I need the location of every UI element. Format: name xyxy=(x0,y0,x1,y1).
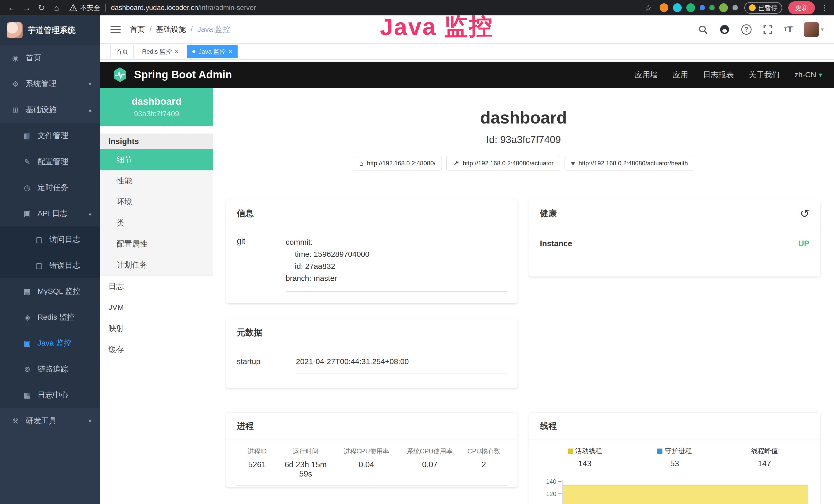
extensions-puzzle-icon[interactable] xyxy=(732,5,738,10)
actuator-url-link[interactable]: http://192.168.0.2:48080/actuator xyxy=(446,156,560,170)
tab-home[interactable]: 首页 xyxy=(110,45,134,58)
home-icon: ⌂ xyxy=(359,159,364,167)
sidebar-item-mysql[interactable]: ▤ MySQL 监控 xyxy=(0,278,100,304)
sba-menu-logs[interactable]: 日志 xyxy=(100,276,213,297)
fullscreen-icon[interactable] xyxy=(763,25,773,35)
sba-nav-about[interactable]: 关于我们 xyxy=(749,70,780,80)
sba-nav-journal[interactable]: 日志报表 xyxy=(703,70,734,80)
browser-menu-icon[interactable]: ⋮ xyxy=(821,3,829,13)
sba-menu-details[interactable]: 细节 xyxy=(100,149,213,170)
sidebar-item-java-monitor[interactable]: ▣ Java 监控 xyxy=(0,330,100,356)
legend-live-threads: 活动线程 143 xyxy=(540,446,630,468)
sba-menu-classes[interactable]: 类 xyxy=(100,212,213,233)
extension-grid-icon[interactable] xyxy=(700,5,705,10)
home-icon[interactable]: ⌂ xyxy=(50,3,63,13)
sidebar-item-trace[interactable]: ⊚ 链路追踪 xyxy=(0,356,100,382)
threads-card: 线程 活动线程 143 守护进程 53 线程峰值 147 xyxy=(529,413,820,504)
info-card-title: 信息 xyxy=(226,200,518,227)
info-card: 信息 git commit: time: 1596289704000 id: 2… xyxy=(226,200,518,303)
sidebar-item-job[interactable]: ◷ 定时任务 xyxy=(0,175,100,201)
page-header: 首页 / 基础设施 / Java 监控 ? xyxy=(100,16,834,44)
sba-menu-caches[interactable]: 缓存 xyxy=(100,339,213,360)
close-icon[interactable]: × xyxy=(175,48,178,55)
access-log-icon: ▢ xyxy=(35,235,44,244)
back-icon[interactable]: ← xyxy=(5,3,19,13)
sidebar-item-system[interactable]: ⚙ 系统管理 ▾ xyxy=(0,71,100,97)
sidebar-item-redis[interactable]: ◈ Redis 监控 xyxy=(0,304,100,330)
health-url-link[interactable]: ♥ http://192.168.0.2:48080/actuator/heal… xyxy=(565,156,694,170)
close-icon[interactable]: × xyxy=(228,48,232,55)
threads-legend: 活动线程 143 守护进程 53 线程峰值 147 xyxy=(540,446,809,468)
font-size-icon[interactable]: TT xyxy=(784,24,793,35)
extension-v-icon[interactable] xyxy=(686,3,695,12)
sidebar-item-file[interactable]: ▥ 文件管理 xyxy=(0,123,100,148)
sidebar-item-access-log[interactable]: ▢ 访问日志 xyxy=(0,226,100,252)
warning-triangle-icon xyxy=(69,4,77,11)
chevron-up-icon: ▴ xyxy=(89,107,91,113)
sba-menu-metrics[interactable]: 性能 xyxy=(100,170,213,191)
metadata-card: 元数据 startup 2021-04-27T00:44:31.254+08:0… xyxy=(226,319,518,388)
header-icons: ? TT ▾ xyxy=(698,22,824,37)
trace-icon: ⊚ xyxy=(23,365,32,373)
sba-menu-configprops[interactable]: 配置属性 xyxy=(100,233,213,254)
bookmark-star-icon[interactable]: ☆ xyxy=(644,3,652,13)
sba-nav: 应用墙 应用 日志报表 关于我们 zh-CN ▾ xyxy=(635,70,822,80)
tab-java-monitor[interactable]: Java 监控 × xyxy=(187,45,238,58)
sidebar-item-infra[interactable]: ⊞ 基础设施 ▴ xyxy=(0,97,100,123)
chrome-update-button[interactable]: 更新 xyxy=(788,1,815,15)
profile-paused-badge[interactable]: 已暂停 xyxy=(744,2,782,14)
insights-group: Insights 细节 性能 环境 类 配置属性 计划任务 xyxy=(100,134,213,276)
sba-logo-icon xyxy=(112,67,128,83)
sba-nav-wallboard[interactable]: 应用墙 xyxy=(635,70,658,80)
breadcrumb-home[interactable]: 首页 xyxy=(130,24,145,35)
hamburger-icon[interactable] xyxy=(110,26,121,33)
tab-redis-monitor[interactable]: Redis 监控 × xyxy=(137,45,184,58)
health-instance-label: Instance xyxy=(540,239,572,248)
security-indicator[interactable]: 不安全 xyxy=(69,3,100,12)
reload-icon[interactable]: ↻ xyxy=(35,3,48,13)
health-row: Instance UP xyxy=(540,239,809,257)
instance-id: 93a3fc7f7409 xyxy=(134,110,179,118)
sidebar-item-api-log[interactable]: ▣ API 日志 ▴ xyxy=(0,201,100,226)
extension-switch-on-icon[interactable] xyxy=(709,5,715,10)
sba-nav-applications[interactable]: 应用 xyxy=(673,70,688,80)
sba-sidebar: dashboard 93a3fc7f7409 Insights 细节 性能 环境… xyxy=(100,88,213,504)
url-bar[interactable]: dashboard.yudao.iocoder.cn/infra/admin-s… xyxy=(111,4,256,12)
service-url-link[interactable]: ⌂ http://192.168.0.2:48080/ xyxy=(353,156,442,170)
extension-leaf-icon[interactable] xyxy=(719,3,728,12)
sidebar-item-dev-tools[interactable]: ⚒ 研发工具 ▾ xyxy=(0,408,100,434)
breadcrumb: 首页 / 基础设施 / Java 监控 xyxy=(130,24,230,35)
sba-content: dashboard Id: 93a3fc7f7409 ⌂ http://192.… xyxy=(213,88,834,504)
emoji-face-icon xyxy=(749,4,756,11)
process-table-values: 5261 6d 23h 15m 59s 0.04 0.07 2 xyxy=(237,460,507,485)
instance-header: dashboard 93a3fc7f7409 xyxy=(100,88,213,126)
log-icon: ▣ xyxy=(23,209,32,218)
forward-icon[interactable]: → xyxy=(20,3,34,13)
dashboard-icon: ◉ xyxy=(11,54,20,62)
extension-fox-icon[interactable] xyxy=(660,3,668,12)
app-title: 芋道管理系统 xyxy=(28,25,75,36)
sidebar-item-error-log[interactable]: ▢ 错误日志 xyxy=(0,252,100,278)
admin-sidebar: 芋道管理系统 ◉ 首页 ⚙ 系统管理 ▾ ⊞ 基础设施 ▴ ▥ 文件管理 ✎ 配… xyxy=(0,16,100,504)
extension-drop-icon[interactable] xyxy=(673,3,682,12)
sba-brand[interactable]: Spring Boot Admin xyxy=(112,67,232,83)
github-icon[interactable] xyxy=(719,24,730,35)
sidebar-item-home[interactable]: ◉ 首页 xyxy=(0,45,100,71)
search-icon[interactable] xyxy=(698,25,708,35)
sidebar-item-config[interactable]: ✎ 配置管理 xyxy=(0,148,100,175)
sba-menu-mappings[interactable]: 映射 xyxy=(100,318,213,339)
sba-menu-environment[interactable]: 环境 xyxy=(100,191,213,212)
sidebar-item-log-center[interactable]: ▦ 日志中心 xyxy=(0,382,100,408)
sba-language-select[interactable]: zh-CN ▾ xyxy=(794,70,822,79)
sba-menu-jvm[interactable]: JVM xyxy=(100,297,213,318)
breadcrumb-infra[interactable]: 基础设施 xyxy=(156,24,186,35)
history-icon[interactable]: ↺ xyxy=(800,208,809,219)
help-icon[interactable]: ? xyxy=(741,24,751,35)
process-table-header: 进程ID 运行时间 进程CPU使用率 系统CPU使用率 CPU核心数 xyxy=(237,447,507,456)
user-avatar[interactable]: ▾ xyxy=(804,22,824,37)
threads-card-title: 线程 xyxy=(529,413,820,440)
sba-header: Spring Boot Admin 应用墙 应用 日志报表 关于我们 zh-CN… xyxy=(100,62,834,88)
sba-menu-scheduled-tasks[interactable]: 计划任务 xyxy=(100,254,213,275)
heart-icon: ♥ xyxy=(571,159,575,167)
redis-icon: ◈ xyxy=(23,313,32,322)
